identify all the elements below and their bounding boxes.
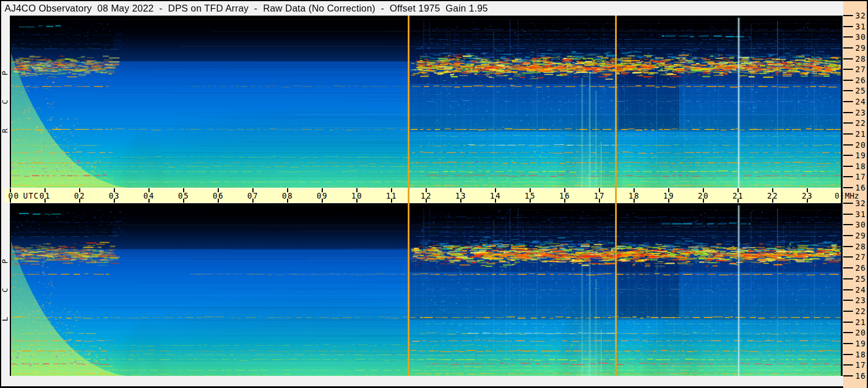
freq-tick: [843, 311, 853, 312]
freq-label: 19: [855, 339, 866, 348]
page-title: AJ4CO Observatory 08 May 2022 - DPS on T…: [1, 1, 842, 15]
event-marker-line: [408, 16, 409, 376]
freq-label: 16: [855, 183, 866, 192]
freq-tick: [843, 26, 853, 27]
time-label: 17: [594, 191, 605, 200]
freq-tick: [843, 36, 853, 38]
freq-tick: [843, 176, 853, 177]
time-label: 05: [178, 191, 189, 200]
time-label: 08: [282, 191, 293, 200]
freq-tick: [843, 47, 853, 48]
frame-border-left: [0, 0, 1, 388]
frame-border-top: [0, 0, 868, 1]
time-label: 22: [767, 191, 778, 200]
freq-label: 31: [855, 210, 866, 219]
time-label: 20: [698, 191, 709, 200]
freq-tick: [843, 122, 853, 124]
freq-label: 27: [855, 65, 866, 74]
freq-label: 17: [855, 172, 866, 181]
freq-tick: [843, 69, 853, 70]
freq-tick: [843, 203, 853, 204]
time-label: 09: [316, 191, 327, 200]
freq-label: 24: [855, 285, 866, 294]
freq-tick: [843, 246, 853, 247]
freq-tick: [843, 354, 853, 355]
polarization-label-rcp: PCR: [1, 69, 10, 135]
time-label: 18: [628, 191, 639, 200]
freq-tick: [843, 166, 853, 167]
freq-tick: [843, 15, 853, 16]
freq-tick: [843, 332, 853, 333]
freq-label: 26: [855, 263, 866, 273]
freq-label: 30: [855, 32, 866, 42]
time-label: 01: [39, 191, 50, 200]
time-label: 11: [386, 191, 397, 200]
time-label: 07: [247, 191, 258, 200]
time-label: 03: [109, 191, 120, 200]
time-label: 23: [802, 191, 813, 200]
time-label: 04: [143, 191, 154, 200]
freq-label: 21: [855, 129, 866, 139]
freq-tick: [843, 322, 853, 323]
freq-label: 32: [855, 199, 866, 208]
freq-tick: [843, 80, 853, 81]
freq-tick: [843, 375, 853, 376]
freq-tick: [843, 256, 853, 258]
event-marker-line: [615, 16, 617, 376]
freq-label: 20: [855, 140, 866, 150]
freq-label: 21: [855, 318, 866, 327]
freq-label: 19: [855, 151, 866, 160]
time-label: 02: [74, 191, 85, 200]
time-label: 13: [455, 191, 466, 200]
time-axis: UTC 000102030405060708091011121314151617…: [5, 188, 843, 203]
time-label: 14: [490, 191, 501, 200]
freq-label: 23: [855, 296, 866, 305]
freq-tick: [843, 90, 853, 91]
freq-label: 25: [855, 274, 866, 283]
time-label: 15: [524, 191, 535, 200]
freq-tick: [843, 155, 853, 156]
freq-tick: [843, 112, 853, 113]
time-label: 10: [351, 191, 362, 200]
spectrogram-app-window: AJ4CO Observatory 08 May 2022 - DPS on T…: [0, 0, 868, 388]
time-label: 16: [559, 191, 570, 200]
freq-label: 28: [855, 54, 866, 64]
freq-label: 17: [855, 360, 866, 370]
time-label: 00: [8, 191, 19, 200]
freq-label: 27: [855, 252, 866, 262]
time-label: 19: [663, 191, 674, 200]
polarization-label-lcp: PCL: [1, 258, 10, 323]
freq-tick: [843, 235, 853, 236]
freq-tick: [843, 289, 853, 290]
freq-label: 29: [855, 43, 866, 53]
freq-tick: [843, 267, 853, 268]
frequency-axis: MHz 323130292827262524232221201918171632…: [843, 0, 868, 388]
time-label: 06: [213, 191, 223, 200]
freq-label: 18: [855, 350, 866, 359]
freq-label: 30: [855, 220, 866, 229]
panel-right-border: [841, 16, 843, 376]
freq-label: 24: [855, 97, 866, 106]
time-label: 12: [420, 191, 431, 200]
freq-label: 23: [855, 108, 866, 117]
freq-label: 22: [855, 118, 866, 128]
freq-label: 32: [855, 11, 866, 20]
freq-tick: [843, 58, 853, 59]
freq-label: 20: [855, 328, 866, 337]
freq-tick: [843, 101, 853, 102]
freq-tick: [843, 343, 853, 344]
freq-tick: [843, 144, 853, 146]
freq-tick: [843, 224, 853, 225]
freq-tick: [843, 214, 853, 215]
freq-label: 18: [855, 162, 866, 171]
freq-label: 22: [855, 307, 866, 316]
freq-label: 31: [855, 22, 866, 31]
freq-tick: [843, 187, 853, 188]
freq-tick: [843, 133, 853, 135]
freq-label: 29: [855, 231, 866, 240]
utc-axis-label: UTC: [23, 191, 39, 200]
freq-tick: [843, 300, 853, 301]
time-label: 21: [732, 191, 743, 200]
freq-label: 28: [855, 242, 866, 251]
freq-label: 26: [855, 76, 866, 85]
